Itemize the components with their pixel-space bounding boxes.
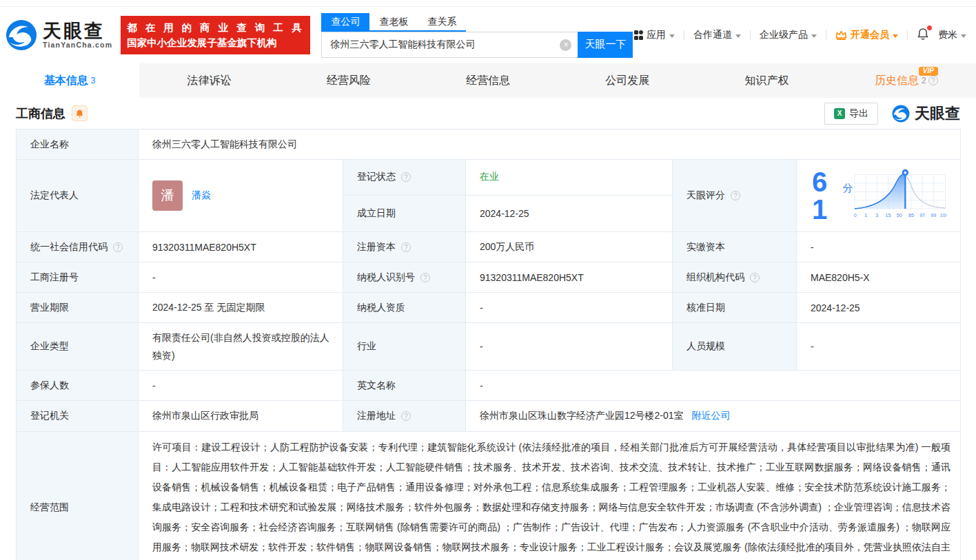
help-icon[interactable] (731, 191, 740, 200)
chevron-down-icon (669, 34, 675, 38)
tab-label: 公司发展 (605, 74, 649, 88)
legal-rep-link[interactable]: 潘焱 (192, 189, 211, 202)
english-name-label: 英文名称 (343, 371, 466, 401)
brand-name: 天眼查 (43, 21, 112, 41)
table-row: 企业类型 有限责任公司(非自然人投资或控股的法人独资) 行业 - 人员规模 - (17, 323, 961, 371)
credit-code-value: 91320311MAE820H5XT (139, 232, 343, 262)
score-value-cell: 61 分 (797, 160, 961, 232)
company-type-label: 企业类型 (17, 323, 139, 371)
svg-text:50: 50 (896, 213, 902, 218)
export-label: 导出 (849, 107, 868, 120)
search-box (321, 32, 578, 58)
help-icon[interactable] (420, 273, 430, 282)
table-row: 登记机关 徐州市泉山区行政审批局 注册地址 徐州市泉山区珠山数字经济产业园12号… (17, 401, 961, 432)
grid-icon (634, 30, 644, 40)
nav-enterprise-label: 企业级产品 (760, 29, 808, 41)
svg-text:100: 100 (939, 213, 946, 218)
business-term-label: 营业期限 (17, 293, 139, 323)
slogan-line1: 都 在 用 的 商 业 查 询 工 具 (127, 20, 304, 35)
table-row: 工商注册号 - 纳税人识别号 91320311MAE820H5XT 组织机构代码… (17, 262, 961, 293)
tab-label: 法律诉讼 (187, 74, 231, 88)
help-icon[interactable] (401, 411, 411, 421)
brand-domain: TianYanCha.com (43, 41, 112, 49)
industry-label: 行业 (343, 323, 466, 371)
reg-status-value: 在业 (466, 160, 673, 196)
staff-size-label: 人员规模 (673, 323, 797, 371)
help-icon[interactable] (401, 172, 411, 182)
nav-apps-label: 应用 (647, 29, 666, 41)
notification-dot (927, 25, 932, 30)
score-label: 天眼评分 (673, 160, 797, 232)
english-name-value: - (466, 371, 961, 401)
avatar[interactable]: 潘 (152, 180, 183, 211)
score-unit: 分 (843, 182, 853, 195)
svg-text:99: 99 (931, 213, 936, 218)
business-info-table: 企业名称 徐州三六零人工智能科技有限公司 法定代表人 潘 潘焱 登记状态 在业 … (16, 129, 961, 560)
tab-basic-info[interactable]: 基本信息 3 (0, 63, 139, 98)
svg-text:1: 1 (864, 213, 867, 218)
svg-text:3: 3 (875, 213, 878, 218)
notifications-button[interactable] (917, 28, 929, 43)
nav-divider (750, 30, 751, 40)
address-text: 徐州市泉山区珠山数字经济产业园12号楼2-01室 (480, 410, 684, 421)
legal-rep-label: 法定代表人 (17, 160, 139, 232)
search-button[interactable]: 天眼一下 (578, 32, 633, 58)
tab-count: 3 (91, 76, 96, 85)
svg-text:15: 15 (885, 213, 891, 218)
tab-history-info[interactable]: VIP 历史信息 2 (837, 63, 976, 98)
establish-date-label: 成立日期 (343, 195, 466, 231)
tab-operating-risk[interactable]: 经营风险 (279, 63, 418, 98)
search-tab-company[interactable]: 查公司 (321, 13, 369, 30)
reg-address-label: 注册地址 (343, 401, 466, 432)
help-icon[interactable] (113, 242, 123, 252)
search-tab-boss[interactable]: 查老板 (369, 13, 418, 30)
paid-capital-value: - (797, 232, 961, 262)
chevron-down-icon (811, 34, 817, 38)
company-name-label: 企业名称 (17, 129, 139, 160)
help-icon[interactable] (401, 242, 411, 252)
page-top-divider (0, 0, 976, 7)
search-input[interactable] (322, 32, 578, 57)
tab-legal-litigation[interactable]: 法律诉讼 (139, 63, 278, 98)
nav-user[interactable]: 费米 (938, 29, 966, 41)
score-value: 61 分 (812, 168, 853, 223)
status-badge[interactable]: 在业 (480, 171, 499, 182)
reg-capital-label: 注册资本 (343, 232, 466, 262)
clear-icon[interactable] (560, 39, 571, 51)
section-header: 工商信息 导出 天眼查 (0, 98, 976, 129)
tianyancha-swirl-icon (6, 19, 37, 51)
reg-status-label: 登记状态 (343, 160, 466, 196)
export-button[interactable]: 导出 (824, 103, 878, 125)
help-icon[interactable] (750, 273, 760, 282)
header-nav: 应用 合作通道 企业级产品 开通会员 (634, 28, 967, 43)
tab-label: 经营信息 (466, 74, 510, 88)
help-icon[interactable] (928, 76, 938, 85)
monitor-bell-button[interactable] (72, 105, 88, 121)
search-tab-relation[interactable]: 查关系 (418, 13, 466, 30)
nav-apps[interactable]: 应用 (634, 29, 675, 41)
nav-open-membership[interactable]: 开通会员 (835, 29, 898, 41)
vip-badge: VIP (919, 67, 938, 76)
tab-intellectual-property[interactable]: 知识产权 (697, 63, 836, 98)
staff-size-value: - (797, 323, 961, 371)
reg-address-value: 徐州市泉山区珠山数字经济产业园12号楼2-01室 附近公司 (466, 401, 961, 432)
score-distribution-chart: 0 1 3 15 50 85 97 99 100 (853, 167, 946, 225)
reg-capital-value: 200万人民币 (466, 232, 673, 262)
business-term-value: 2024-12-25 至 无固定期限 (139, 293, 343, 323)
slogan-banner: 都 在 用 的 商 业 查 询 工 具 国家中小企业发展子基金旗下机构 (121, 16, 310, 55)
tab-label: 基本信息 (44, 74, 88, 88)
nav-enterprise[interactable]: 企业级产品 (760, 29, 817, 41)
tianyancha-logo[interactable]: 天眼查 TianYanCha.com (6, 19, 112, 51)
tab-company-development[interactable]: 公司发展 (558, 63, 697, 98)
reg-authority-label: 登记机关 (17, 401, 139, 432)
chart-x-ticks: 0 1 3 15 50 85 97 99 100 (853, 213, 946, 218)
score-number: 61 (812, 168, 841, 223)
tab-operating-info[interactable]: 经营信息 (418, 63, 558, 98)
taxpayer-id-label: 纳税人识别号 (343, 262, 466, 293)
approval-date-label: 核准日期 (673, 293, 797, 323)
nav-divider (907, 30, 908, 40)
nav-partner[interactable]: 合作通道 (693, 29, 741, 41)
nearby-companies-link[interactable]: 附近公司 (691, 410, 730, 421)
header: 天眼查 TianYanCha.com 都 在 用 的 商 业 查 询 工 具 国… (0, 7, 976, 63)
insured-count-label: 参保人数 (17, 371, 139, 401)
